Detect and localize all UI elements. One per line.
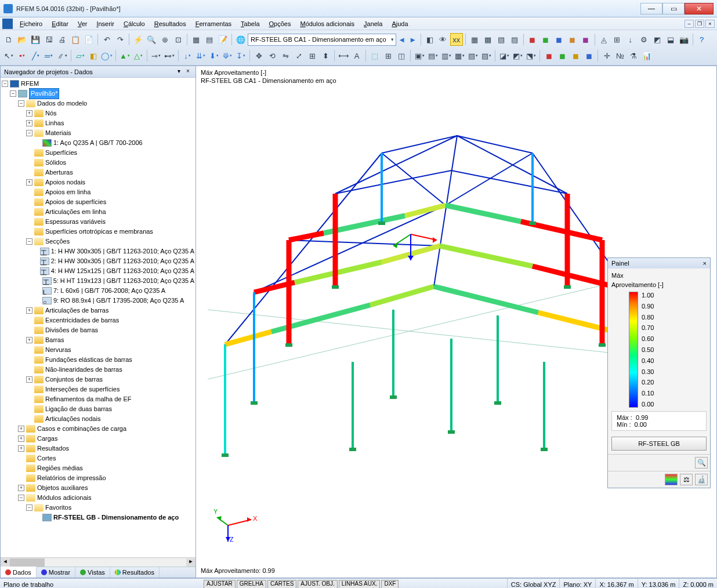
- toggle-ajustar[interactable]: AJUSTAR: [204, 580, 236, 589]
- support1-icon[interactable]: ▲: [118, 49, 131, 62]
- tree-excentric[interactable]: Excentricidades de barras: [45, 315, 119, 325]
- world-icon[interactable]: 🌐: [234, 33, 247, 46]
- line-icon[interactable]: ╱: [29, 49, 42, 62]
- menu-ficheiro[interactable]: Ficheiro: [15, 19, 47, 28]
- tree-ligbarras[interactable]: Ligação de duas barras: [45, 404, 112, 414]
- tree-sec4[interactable]: 4: H HW 125x125 | GB/T 11263-2010; Aço Q…: [51, 266, 194, 276]
- tree-resultados[interactable]: Resultados: [37, 444, 69, 453]
- tree-cortes[interactable]: Cortes: [37, 453, 56, 463]
- maximize-button[interactable]: ▭: [662, 3, 685, 14]
- node-icon[interactable]: •: [16, 49, 28, 62]
- opening-icon[interactable]: ◯: [100, 49, 113, 62]
- tree-sec7[interactable]: 7: L 60x6 | GB/T 706-2008; Aço Q235 A: [53, 286, 165, 296]
- tree-espvar[interactable]: Espessuras variáveis: [45, 217, 106, 227]
- tree-rfsteel[interactable]: RF-STEEL GB - Dimensionamento de aço: [53, 514, 179, 521]
- tree-articnodais[interactable]: Articulações nodais: [45, 414, 100, 424]
- tool-a-icon[interactable]: ⚙: [638, 33, 650, 46]
- tab-mostrar[interactable]: Mostrar: [37, 567, 75, 578]
- toggle-linhasaux[interactable]: LINHAS AUX.: [339, 580, 381, 589]
- toggle-grelha[interactable]: GRELHA: [237, 580, 266, 589]
- tree-solidos[interactable]: Sólidos: [45, 158, 66, 168]
- label-icon[interactable]: xx: [450, 33, 463, 46]
- load3-icon[interactable]: ⬇: [208, 49, 220, 62]
- undo-icon[interactable]: ↶: [100, 33, 113, 46]
- load2-icon[interactable]: ⇊: [194, 49, 207, 62]
- display3-icon[interactable]: ▧: [495, 33, 508, 46]
- app-menu-icon[interactable]: [2, 19, 13, 29]
- cam-icon[interactable]: 📷: [678, 33, 690, 46]
- tree-regioes[interactable]: Regiões médias: [37, 463, 83, 473]
- tab-vistas[interactable]: Vistas: [75, 567, 110, 578]
- mdi-close[interactable]: ×: [705, 20, 715, 28]
- panel-micro-icon[interactable]: 🔬: [695, 474, 708, 485]
- tree-root[interactable]: RFEM: [21, 79, 39, 89]
- loads-icon[interactable]: ↓: [624, 33, 637, 46]
- model-viewport[interactable]: Máx Aproveitamento [-] RF-STEEL GB CA1 -…: [196, 66, 717, 578]
- project-tree[interactable]: −RFEM −Pavilhão* −Dados do modelo +Nós +…: [1, 78, 195, 557]
- iso2-icon[interactable]: ◩: [511, 49, 524, 62]
- display4-icon[interactable]: ▨: [508, 33, 521, 46]
- array-icon[interactable]: ⊞: [306, 49, 318, 62]
- tree-fundelast[interactable]: Fundações elásticas de barras: [45, 355, 132, 365]
- member-icon[interactable]: ═: [42, 49, 55, 62]
- tb-c-icon[interactable]: ▥: [440, 49, 452, 62]
- panel-zoom-icon[interactable]: 🔍: [695, 457, 708, 469]
- mdi-minimize[interactable]: –: [685, 20, 694, 28]
- tree-hscroll[interactable]: ◄ ►: [1, 557, 195, 567]
- scroll-right-icon[interactable]: ►: [186, 558, 195, 567]
- cube-icon[interactable]: ⬚: [368, 49, 381, 62]
- mdi-restore[interactable]: ❐: [695, 20, 704, 28]
- table-icon[interactable]: ▦: [190, 33, 202, 46]
- load4-icon[interactable]: ⟱: [221, 49, 234, 62]
- support2-icon[interactable]: △: [132, 49, 144, 62]
- close-button[interactable]: ✕: [685, 3, 714, 14]
- toggle-ajustobj[interactable]: AJUST. OBJ.: [298, 580, 337, 589]
- tree-linhas[interactable]: Linhas: [45, 118, 64, 128]
- paste-icon[interactable]: 📄: [82, 33, 95, 46]
- tree-favoritos[interactable]: Favoritos: [45, 503, 71, 513]
- axis-icon[interactable]: ✛: [600, 49, 613, 62]
- tree-cargas[interactable]: Cargas: [37, 434, 57, 444]
- mirror-icon[interactable]: ⇋: [279, 49, 292, 62]
- menu-ferramentas[interactable]: Ferramentas: [191, 19, 236, 28]
- tree-sec5[interactable]: 5: H HT 119x123 | GB/T 11263-2010; Aço Q…: [53, 276, 194, 286]
- tree-sec9[interactable]: 9: RO 88.9x4 | GB/T 17395-2008; Aço Q235…: [53, 296, 184, 306]
- render2-icon[interactable]: ◼: [556, 49, 568, 62]
- color3-icon[interactable]: ◼: [553, 33, 566, 46]
- next-case-icon[interactable]: ►: [408, 33, 418, 46]
- menu-inserir[interactable]: Inserir: [92, 19, 119, 28]
- table2-icon[interactable]: ▤: [203, 33, 216, 46]
- tree-refinmalha[interactable]: Refinamentos da malha de EF: [45, 394, 132, 404]
- copy-icon[interactable]: 📋: [69, 33, 82, 46]
- toggle-cartes[interactable]: CARTES: [267, 580, 296, 589]
- tree-seccoes[interactable]: Secções: [45, 237, 70, 246]
- hinge-icon[interactable]: ⊸: [150, 49, 162, 62]
- color5-icon[interactable]: ◼: [580, 33, 592, 46]
- num-icon[interactable]: №: [614, 49, 627, 62]
- display1-icon[interactable]: ▦: [468, 33, 481, 46]
- support-icon[interactable]: ◬: [598, 33, 610, 46]
- render3-icon[interactable]: ◼: [569, 49, 582, 62]
- module-button[interactable]: RF-STEEL GB: [611, 437, 707, 451]
- scroll-thumb[interactable]: [10, 558, 45, 567]
- load1-icon[interactable]: ↓: [181, 49, 194, 62]
- tree-apoioslin[interactable]: Apoios em linha: [45, 187, 90, 197]
- surface-icon[interactable]: ▱: [74, 49, 86, 62]
- tree-barras[interactable]: Barras: [45, 335, 64, 345]
- menu-opcoes[interactable]: Opções: [265, 19, 296, 28]
- navigator-close-icon[interactable]: ×: [184, 68, 192, 76]
- solid-icon[interactable]: ◧: [87, 49, 100, 62]
- tree-apoiossup[interactable]: Apoios de superfícies: [45, 197, 106, 207]
- move-icon[interactable]: ✥: [252, 49, 265, 62]
- menu-ver[interactable]: Ver: [73, 19, 92, 28]
- tree-superficies[interactable]: Superfícies: [45, 148, 77, 158]
- tree-articbarras[interactable]: Articulações de barras: [45, 306, 108, 315]
- open-icon[interactable]: 📂: [16, 33, 28, 46]
- load5-icon[interactable]: ↧: [234, 49, 247, 62]
- panel-close-icon[interactable]: ×: [703, 260, 707, 267]
- help-icon[interactable]: ?: [696, 33, 708, 46]
- redo-icon[interactable]: ↷: [114, 33, 126, 46]
- tree-nervuras[interactable]: Nervuras: [45, 345, 71, 355]
- box-icon[interactable]: ◫: [395, 49, 408, 62]
- iso3-icon[interactable]: ⬔: [524, 49, 537, 62]
